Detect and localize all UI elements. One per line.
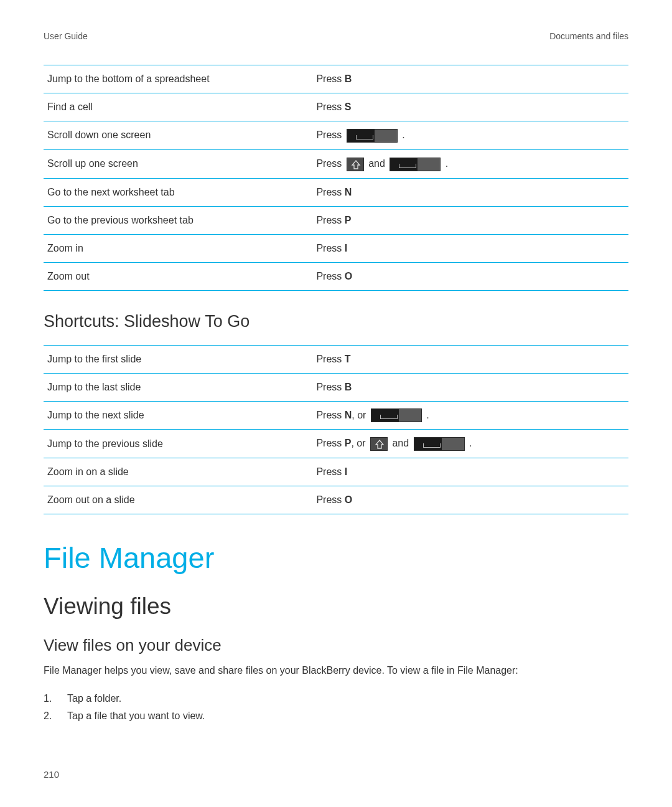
key-suffix: . [467, 438, 472, 448]
key-prefix: Press [316, 438, 344, 448]
header-right: Documents and files [549, 31, 628, 41]
key-letter: N [345, 410, 352, 420]
shortcut-action: Jump to the previous slide [44, 430, 312, 458]
table-row: Zoom out on a slidePress O [44, 486, 628, 514]
shortcut-action: Zoom in on a slide [44, 458, 312, 486]
space-key-icon [414, 437, 465, 451]
key-prefix: Press [316, 271, 344, 281]
shortcut-action: Jump to the last slide [44, 373, 312, 401]
shortcut-action: Find a cell [44, 93, 312, 121]
shortcut-action: Jump to the first slide [44, 345, 312, 373]
table-row: Jump to the next slidePress N, or . [44, 401, 628, 430]
key-letter: N [345, 187, 352, 197]
shortcuts-table-slideshow: Jump to the first slidePress TJump to th… [44, 345, 628, 515]
table-row: Go to the previous worksheet tabPress P [44, 206, 628, 234]
key-letter: O [345, 271, 352, 281]
key-mid: , or [352, 410, 369, 420]
key-letter: T [345, 354, 351, 364]
table-row: Jump to the previous slidePress P, or an… [44, 430, 628, 458]
page-number: 210 [44, 769, 59, 780]
shortcut-action: Zoom in [44, 234, 312, 262]
key-letter: O [345, 494, 352, 505]
key-letter: I [345, 243, 347, 253]
step-item: Tap a folder. [44, 690, 628, 707]
table-row: Scroll down one screenPress . [44, 121, 628, 150]
shortcut-action: Jump to the next slide [44, 401, 312, 430]
key-prefix: Press [316, 494, 344, 505]
shortcut-key: Press B [312, 373, 628, 401]
shortcut-key: Press O [312, 486, 628, 514]
table-row: Jump to the bottom of a spreadsheetPress… [44, 65, 628, 93]
key-letter: B [345, 73, 352, 84]
shortcut-key: Press N [312, 178, 628, 206]
table-row: Zoom in on a slidePress I [44, 458, 628, 486]
connector-and: and [366, 158, 388, 169]
space-key-icon [371, 408, 422, 422]
space-key-icon [347, 129, 398, 143]
steps-list: Tap a folder.Tap a file that you want to… [44, 690, 628, 725]
shortcut-key: Press N, or . [312, 401, 628, 430]
section-heading-slideshow: Shortcuts: Slideshow To Go [44, 312, 628, 331]
table-row: Jump to the last slidePress B [44, 373, 628, 401]
key-letter: P [345, 438, 352, 448]
table-row: Go to the next worksheet tabPress N [44, 178, 628, 206]
key-letter: P [345, 215, 352, 225]
table-row: Scroll up one screenPress and . [44, 149, 628, 178]
key-suffix: . [399, 130, 405, 140]
step-item: Tap a file that you want to view. [44, 707, 628, 725]
key-prefix: Press [316, 158, 344, 169]
subtopic-title: View files on your device [44, 636, 628, 655]
key-prefix: Press [316, 187, 344, 197]
shortcut-action: Go to the next worksheet tab [44, 178, 312, 206]
key-prefix: Press [316, 130, 344, 140]
shortcut-action: Go to the previous worksheet tab [44, 206, 312, 234]
table-row: Find a cellPress S [44, 93, 628, 121]
body-paragraph: File Manager helps you view, save and sh… [44, 664, 628, 677]
header-left: User Guide [44, 31, 88, 41]
table-row: Zoom inPress I [44, 234, 628, 262]
key-prefix: Press [316, 382, 344, 392]
shortcut-key: Press B [312, 65, 628, 93]
shortcut-key: Press P, or and . [312, 430, 628, 458]
key-letter: I [345, 466, 347, 477]
key-prefix: Press [316, 466, 344, 477]
shortcut-key: Press T [312, 345, 628, 373]
shortcut-key: Press I [312, 234, 628, 262]
table-row: Zoom outPress O [44, 262, 628, 290]
key-prefix: Press [316, 243, 344, 253]
connector-and: and [390, 438, 412, 448]
key-prefix: Press [316, 354, 344, 364]
key-prefix: Press [316, 73, 344, 84]
space-key-icon [390, 158, 441, 171]
shift-key-icon [370, 437, 388, 451]
key-suffix: . [442, 158, 448, 169]
key-mid: , or [351, 438, 368, 448]
shortcut-action: Jump to the bottom of a spreadsheet [44, 65, 312, 93]
shortcut-key: Press I [312, 458, 628, 486]
key-prefix: Press [316, 215, 344, 225]
shortcut-action: Scroll down one screen [44, 121, 312, 150]
shortcut-key: Press and . [312, 149, 628, 178]
shortcut-key: Press P [312, 206, 628, 234]
chapter-title: File Manager [44, 540, 628, 575]
key-prefix: Press [316, 101, 344, 112]
key-letter: B [345, 382, 352, 392]
shortcut-key: Press . [312, 121, 628, 150]
shortcut-action: Zoom out on a slide [44, 486, 312, 514]
shortcut-action: Zoom out [44, 262, 312, 290]
topic-title: Viewing files [44, 593, 628, 620]
shortcut-action: Scroll up one screen [44, 149, 312, 178]
shortcut-key: Press O [312, 262, 628, 290]
shortcuts-table-spreadsheet: Jump to the bottom of a spreadsheetPress… [44, 65, 628, 291]
key-suffix: . [424, 410, 429, 420]
shortcut-key: Press S [312, 93, 628, 121]
running-header: User Guide Documents and files [44, 31, 628, 41]
key-prefix: Press [316, 410, 344, 420]
shift-key-icon [347, 158, 364, 171]
key-letter: S [345, 101, 352, 112]
table-row: Jump to the first slidePress T [44, 345, 628, 373]
